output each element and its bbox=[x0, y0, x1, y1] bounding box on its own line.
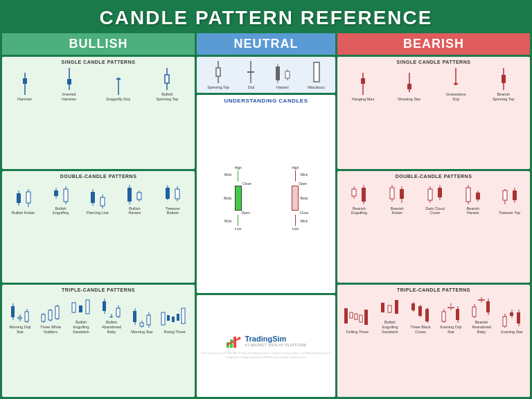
svg-rect-49 bbox=[25, 312, 28, 321]
pattern-name: Falling Three bbox=[346, 330, 369, 335]
pattern-name: Bearish Harami bbox=[461, 206, 485, 215]
svg-rect-147 bbox=[350, 312, 353, 318]
pattern-name: Bullish Spinning Top bbox=[155, 92, 179, 101]
spinning-top-candle bbox=[212, 60, 224, 85]
list-item: Morning Doji Star bbox=[8, 299, 33, 334]
body-label-2: Body bbox=[300, 196, 308, 200]
bullish-header: BULLISH bbox=[2, 33, 195, 55]
bearish-header: BEARISH bbox=[337, 33, 530, 55]
rising-three-candle bbox=[160, 304, 189, 329]
svg-rect-146 bbox=[344, 308, 348, 323]
three-white-soldiers-candle bbox=[38, 299, 63, 324]
list-item: Inverted Hammer bbox=[57, 66, 81, 101]
svg-rect-98 bbox=[314, 62, 319, 82]
svg-rect-7 bbox=[116, 78, 121, 80]
svg-rect-158 bbox=[418, 306, 422, 316]
svg-rect-34 bbox=[137, 193, 141, 200]
svg-rect-46 bbox=[18, 317, 21, 319]
list-item: Tweezer Bottom bbox=[161, 181, 185, 215]
svg-rect-173 bbox=[472, 307, 476, 317]
pattern-name: Harami bbox=[276, 85, 289, 90]
list-item: Hammer bbox=[17, 71, 32, 102]
falling-three-candle bbox=[343, 304, 372, 329]
svg-rect-64 bbox=[103, 301, 106, 311]
bearish-triple-patterns: Falling Three Bullish Engulfing Sandwich bbox=[340, 294, 527, 334]
pattern-name: Morning Doji Star bbox=[8, 325, 33, 334]
bearish-double-patterns: Bearish Engulfing bbox=[340, 181, 527, 215]
bullish-spinning-top-candle bbox=[161, 66, 173, 91]
bullish-kicker-candle bbox=[14, 185, 33, 210]
bullish-double-title: DOUBLE-CANDLE PATTERNS bbox=[5, 174, 192, 179]
svg-rect-132 bbox=[438, 188, 442, 197]
neutral-single-box: Spinning Top Doji bbox=[197, 57, 335, 93]
svg-rect-87 bbox=[216, 68, 220, 76]
list-item: Bullish Engulfing Sandwich bbox=[69, 294, 94, 334]
svg-rect-108 bbox=[407, 84, 411, 89]
svg-rect-40 bbox=[175, 189, 179, 199]
list-item: Piercing Line bbox=[87, 185, 109, 215]
svg-rect-111 bbox=[454, 83, 458, 85]
svg-rect-164 bbox=[442, 312, 445, 321]
pattern-name: Rising Three bbox=[163, 330, 185, 335]
pattern-name: Bullish Harami bbox=[123, 206, 147, 215]
svg-rect-85 bbox=[181, 308, 185, 323]
bearish-triple-title: TRIPLE-CANDLE PATTERNS bbox=[340, 287, 527, 292]
svg-rect-135 bbox=[466, 188, 470, 202]
wick-label-top-2: Wick bbox=[300, 172, 308, 177]
marubozu-candle bbox=[310, 60, 323, 85]
bearish-spinning-top-candle bbox=[497, 66, 510, 91]
list-item: Evening Star bbox=[499, 304, 524, 335]
pattern-name: Tweezer Bottom bbox=[161, 206, 185, 215]
high-label: High bbox=[235, 166, 242, 170]
svg-rect-138 bbox=[476, 193, 480, 200]
svg-rect-61 bbox=[79, 305, 82, 312]
pattern-name: Bearish Abandoned Baby bbox=[470, 320, 494, 334]
svg-rect-55 bbox=[48, 310, 52, 320]
bearish-double-title: DOUBLE-CANDLE PATTERNS bbox=[340, 174, 527, 179]
pattern-name: Hammer bbox=[17, 97, 32, 102]
list-item: Three White Soldiers bbox=[38, 299, 63, 334]
wick-label-bottom-2: Wick bbox=[300, 219, 308, 223]
bullish-triple-patterns: Morning Doji Star bbox=[5, 294, 192, 334]
bullish-engulfing-sandwich-candle bbox=[69, 294, 94, 319]
piercing-line-candle bbox=[88, 185, 107, 210]
morning-star-candle bbox=[130, 304, 154, 329]
bullish-single-title: SINGLE CANDLE PATTERNS bbox=[5, 60, 192, 64]
pattern-name: Tweezer Top bbox=[499, 211, 520, 215]
three-black-crows-candle bbox=[408, 299, 433, 324]
svg-rect-93 bbox=[276, 66, 280, 80]
pattern-name: Spinning Top bbox=[207, 85, 229, 90]
dragonfly-doji-candle bbox=[112, 71, 125, 96]
svg-rect-179 bbox=[486, 301, 490, 312]
neutral-column: NEUTRAL Spinning Top bbox=[197, 33, 335, 397]
footer-logo: TradingSim #1 MARKET REPLAY PLATFORM bbox=[225, 332, 306, 349]
evening-star-candle bbox=[499, 304, 524, 329]
pattern-name: Dragonfly Doji bbox=[106, 97, 130, 102]
logo-text: TradingSim #1 MARKET REPLAY PLATFORM bbox=[245, 335, 306, 347]
pattern-name: Bearish Engulfing bbox=[347, 206, 371, 215]
bearish-engulfing-candle bbox=[349, 181, 369, 206]
body-label: Body bbox=[224, 196, 231, 200]
list-item: Bullish Engulfing bbox=[48, 181, 73, 215]
bearish-single-box: SINGLE CANDLE PATTERNS Hanging Man bbox=[337, 57, 530, 169]
list-item: Bullish Engulfing Sandwich bbox=[378, 294, 402, 334]
svg-rect-52 bbox=[42, 314, 45, 321]
list-item: Evening Doji Star bbox=[438, 299, 463, 334]
wick-label-bottom: Wick bbox=[224, 219, 231, 223]
svg-rect-19 bbox=[54, 190, 58, 196]
evening-doji-star-candle bbox=[438, 299, 463, 324]
inverted-hammer-candle bbox=[63, 66, 76, 91]
pattern-name: Evening Star bbox=[501, 330, 523, 335]
svg-rect-123 bbox=[390, 188, 394, 199]
content-area: BULLISH SINGLE CANDLE PATTERNS bbox=[0, 33, 532, 399]
svg-rect-105 bbox=[361, 78, 365, 84]
svg-rect-79 bbox=[147, 315, 150, 325]
svg-rect-82 bbox=[167, 315, 170, 321]
pattern-name: Hanging Man bbox=[352, 97, 375, 102]
svg-rect-81 bbox=[161, 312, 165, 325]
svg-rect-152 bbox=[388, 305, 391, 312]
bullish-triple-title: TRIPLE-CANDLE PATTERNS bbox=[5, 287, 192, 292]
bullish-double-box: DOUBLE-CANDLE PATTERNS bbox=[2, 171, 195, 283]
pattern-name: Piercing Line bbox=[87, 211, 109, 215]
svg-rect-58 bbox=[55, 306, 59, 319]
